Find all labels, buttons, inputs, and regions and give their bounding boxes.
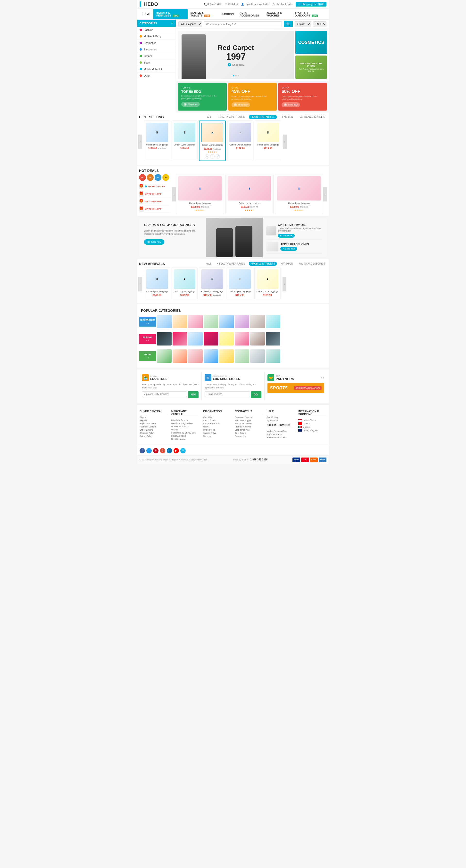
filter-fashion[interactable]: • FASHION	[279, 115, 295, 119]
na-filter-all[interactable]: • ALL	[204, 261, 213, 266]
sidebar-item-mother-baby[interactable]: Mother & Baby	[137, 33, 176, 40]
na-product-4[interactable]: 🖥 Cotton Lycra Leggings $135.98	[227, 267, 253, 299]
footer-link[interactable]: Buyer Protection	[140, 422, 168, 425]
footer-link[interactable]: ShopGlue Hotels	[203, 422, 231, 425]
hot-deal-row-3[interactable]: 🎁 UP TO 50% OFF	[139, 198, 171, 205]
compare-btn[interactable]: ⚖	[205, 154, 209, 159]
elec-item-2[interactable]	[173, 315, 187, 328]
dot-1[interactable]	[233, 75, 234, 76]
footer-link[interactable]: Contact Us	[235, 435, 263, 437]
sport-item-6[interactable]	[235, 349, 249, 363]
na-product-1[interactable]: 📱 Cotton Lycra Leggings $149.98	[144, 267, 170, 299]
elec-item-3[interactable]	[188, 315, 203, 328]
category-select[interactable]: All Categories	[178, 21, 202, 27]
elec-item-8[interactable]	[266, 315, 280, 328]
product-card-2[interactable]: 📱 Cotton Lycra Leggings $129.98	[172, 121, 198, 161]
sidebar-item-interior[interactable]: Interior	[137, 53, 176, 59]
footer-link[interactable]: America Credit Card	[266, 436, 295, 439]
sidebar-item-mobile-tablet[interactable]: Mobile & Tablet	[137, 66, 176, 72]
fashion-label[interactable]: FASHION ‹ ›	[139, 334, 156, 344]
sport-next[interactable]: ›	[148, 356, 149, 359]
elec-item-1[interactable]	[157, 315, 172, 328]
fash-item-3[interactable]	[188, 332, 203, 345]
sport-item-4[interactable]	[204, 349, 218, 363]
search-input[interactable]	[204, 21, 282, 27]
hot-deal-row-2[interactable]: 🎁 UP TO 60% OFF	[139, 190, 171, 198]
country-link-ca[interactable]: Canada	[298, 422, 326, 425]
filter-mobile[interactable]: • MOBILE & TABLETS	[249, 115, 277, 119]
na-product-5[interactable]: 📱 Cotton Lycra Leggings $129.98	[254, 267, 281, 299]
product-card-4[interactable]: 🖥 Cotton Lycra Leggings $129.98	[227, 121, 253, 161]
nav-home[interactable]: HOME	[140, 10, 153, 18]
nav-beauty[interactable]: BEAUTY & PERFUMES NEW	[153, 9, 187, 20]
partners-next[interactable]: ›	[323, 376, 324, 379]
promo-shop-now-3[interactable]: ▶ Shop now	[282, 102, 300, 107]
footer-link[interactable]: Customer Support	[235, 416, 263, 418]
footer-link[interactable]: Product Reviews	[235, 426, 263, 428]
deal-product-1[interactable]: 👗 Cotton Lycra Leggings $139.98$100.00 ★…	[176, 174, 224, 214]
country-link-uk[interactable]: United Kingdom	[298, 429, 326, 432]
sport-item-8[interactable]	[266, 349, 280, 363]
deals-next-arrow[interactable]: ›	[323, 187, 327, 202]
dot-3[interactable]	[238, 75, 239, 76]
nav-mobile[interactable]: MOBILE & TABLETS HOT	[187, 9, 219, 20]
fashion-prev[interactable]: ‹	[146, 339, 147, 342]
products-next-arrow[interactable]: ›	[283, 134, 287, 149]
footer-link[interactable]: Fulfillment by ShopGlues	[171, 432, 200, 434]
youtube-social-icon[interactable]: ▶	[174, 448, 179, 454]
cart-add-btn[interactable]: 🛒	[215, 154, 220, 159]
filter-beauty[interactable]: • BEAUTY & PERFUMES	[215, 115, 247, 119]
filter-auto[interactable]: • AUTO ACCESSORIES	[297, 115, 327, 119]
footer-link[interactable]: Return Policy	[140, 435, 168, 437]
footer-link[interactable]: EMI Payment	[140, 429, 168, 431]
subscribe-button[interactable]: GO!	[251, 391, 261, 398]
na-filter-beauty[interactable]: • BEAUTY & PERFUMES	[215, 261, 247, 266]
hero-shop-now[interactable]: ▶ Shop now	[228, 63, 244, 66]
googleplus-social-icon[interactable]: G	[160, 448, 165, 454]
vimeo-social-icon[interactable]: V	[180, 448, 186, 454]
electronics-label[interactable]: ELECTRONICS ‹ ›	[139, 317, 156, 327]
na-product-3[interactable]: 💻 Cotton Lycra Leggings $155.98$199.00	[199, 267, 225, 299]
product-card-1[interactable]: 📱 Cotton Lycra Leggings $129.98$165.00	[144, 121, 170, 161]
twitter-social-icon[interactable]: t	[146, 448, 152, 454]
nav-fashion[interactable]: FASHION	[219, 10, 237, 18]
cart-button[interactable]: 🛒 Shopping Cart $0.00	[296, 2, 326, 6]
deal-product-2[interactable]: 👗 Cotton Lycra Leggings $139.98$100.00 ★…	[226, 174, 273, 214]
footer-link[interactable]: Awards NEW	[203, 432, 231, 434]
footer-link[interactable]: My Account	[266, 419, 295, 422]
nav-auto[interactable]: AUTO ACCESSORIES	[237, 9, 264, 20]
fash-item-5[interactable]	[219, 332, 234, 345]
wishlist-link[interactable]: ♡ Wish List	[225, 3, 238, 6]
elec-item-6[interactable]	[235, 315, 249, 328]
nav-sports[interactable]: SPORTS & OUTDOORS NEW	[292, 9, 326, 20]
experience-shop-now[interactable]: ▶ Shop now	[144, 239, 164, 245]
footer-link[interactable]: Careers	[203, 435, 231, 437]
elec-item-5[interactable]	[219, 315, 234, 328]
fash-item-1[interactable]	[157, 332, 172, 345]
footer-link[interactable]: Shipping Policy	[140, 432, 168, 434]
footer-link[interactable]: Band of Trust	[203, 419, 231, 422]
fashion-next[interactable]: ›	[148, 339, 149, 342]
sport-item-7[interactable]	[250, 349, 265, 363]
sidebar-item-electronics[interactable]: Electronics	[137, 46, 176, 53]
footer-link[interactable]: Sign In	[140, 416, 168, 418]
sports-partner-banner[interactable]: SPORTS SAVE EXTRA 10% ALWAYS	[267, 383, 324, 393]
sport-item-1[interactable]	[157, 349, 172, 363]
headphones-shop-now[interactable]: ▶ Shop now	[280, 247, 297, 251]
electronics-prev[interactable]: ‹	[146, 322, 147, 324]
fash-item-2[interactable]	[173, 332, 187, 345]
smartwear-shop-now[interactable]: ▶ Shop now	[278, 234, 295, 238]
hero-main-banner[interactable]: Red Carpet 1997 ▶ Shop now	[178, 31, 294, 79]
na-filter-mobile[interactable]: • MOBILE & TABLETS	[249, 261, 277, 266]
footer-link[interactable]: Merchant Support	[235, 419, 263, 422]
currency-select[interactable]: USD	[313, 21, 326, 27]
country-link-mx[interactable]: Mexico	[298, 426, 326, 428]
country-link-us[interactable]: United States	[298, 419, 326, 422]
sport-label[interactable]: SPORT ‹ ›	[139, 351, 156, 361]
footer-link[interactable]: News	[203, 426, 231, 428]
checkout-link[interactable]: ⚙ Checkout Order	[272, 3, 293, 6]
footer-link[interactable]: Bulk Orders	[235, 432, 263, 434]
fash-item-7[interactable]	[250, 332, 265, 345]
products-prev-arrow[interactable]: ‹	[138, 134, 142, 149]
cosmetics-banner[interactable]: COSMETICS	[295, 31, 327, 54]
